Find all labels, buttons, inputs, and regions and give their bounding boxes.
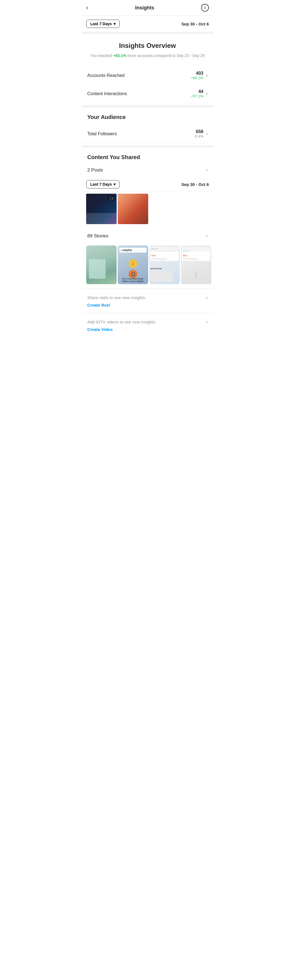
- reels-promo-text: Share reels to see new insights.: [87, 295, 146, 300]
- overview-subtitle-after: more accounts compared to Sep 23 - Sep 2…: [126, 53, 205, 58]
- post-thumbnails: ◯|: [82, 191, 213, 229]
- info-button[interactable]: i: [201, 4, 209, 12]
- stat-right-interactions: 44 +57.1% ›: [191, 89, 208, 98]
- overview-section: Insights Overview You reached +83.1% mor…: [82, 34, 213, 64]
- back-button[interactable]: ‹: [86, 4, 88, 11]
- stories-row[interactable]: 89 Stories ›: [82, 229, 213, 243]
- igtv-promo-row: Add IGTV videos to see new insights. ›: [87, 319, 208, 325]
- reels-promo-section: Share reels to see new insights. › Creat…: [82, 289, 213, 313]
- inner-date-filter-button[interactable]: Last 7 Days ▾: [86, 180, 120, 188]
- igtv-promo-text: Add IGTV videos to see new insights.: [87, 320, 156, 324]
- post-thumbnail-2[interactable]: [118, 194, 148, 224]
- stat-label-interactions: Content Interactions: [87, 91, 127, 96]
- content-section: Content You Shared 2 Posts › Last 7 Days…: [82, 148, 213, 289]
- audience-title: Your Audience: [87, 114, 208, 120]
- overview-title: Insights Overview: [87, 42, 208, 49]
- stat-change-followers: -0.4%: [194, 134, 203, 138]
- chevron-right-icon: ›: [206, 73, 208, 78]
- story-thumbnail-3[interactable]: etsy.com Etsy BRAINSTORM: [149, 245, 180, 284]
- section-divider-2: [82, 105, 213, 107]
- date-filter-button[interactable]: Last 7 Days ▾: [86, 20, 120, 28]
- reels-promo-row: Share reels to see new insights. ›: [87, 295, 208, 301]
- search-bar: [151, 258, 167, 260]
- stories-label: 89 Stories: [87, 233, 108, 239]
- create-video-link[interactable]: Create Video: [87, 327, 208, 332]
- chevron-right-icon-followers: ›: [206, 131, 208, 137]
- chevron-right-icon-igtv: ›: [206, 319, 208, 325]
- posts-row[interactable]: 2 Posts ›: [82, 163, 213, 177]
- content-section-header: Content You Shared: [82, 148, 213, 163]
- stat-label-accounts: Accounts Reached: [87, 73, 124, 78]
- inner-date-filter-label: Last 7 Days: [90, 182, 112, 186]
- reel-icon: ◯|: [109, 196, 113, 200]
- stat-right-followers: 658 -0.4% ›: [194, 129, 208, 138]
- stat-value-group-followers: 658 -0.4%: [194, 129, 203, 138]
- stat-row-followers[interactable]: Total Followers 658 -0.4% ›: [82, 125, 213, 143]
- overview-highlight: +83.1%: [113, 53, 126, 58]
- stat-value-accounts: 403: [191, 71, 203, 76]
- story-2-title: ≡ playlist: [121, 249, 145, 251]
- inner-chevron-down-icon: ▾: [113, 182, 115, 186]
- stat-change-accounts: +83.1%: [191, 76, 203, 80]
- story-thumbnails: ≡ playlist ♪ 🎧 All in my Etsy Shop: Bitt…: [82, 243, 213, 289]
- date-range-label: Sep 30 - Oct 6: [182, 22, 209, 26]
- story-3-content: BRAINSTORM: [150, 268, 179, 282]
- section-divider-1: [82, 32, 213, 34]
- igtv-promo-section: Add IGTV videos to see new insights. › C…: [82, 313, 213, 337]
- date-filter-row: Last 7 Days ▾ Sep 30 - Oct 6: [82, 16, 213, 32]
- stat-label-followers: Total Followers: [87, 131, 117, 137]
- story-4-icon: (: [195, 270, 197, 278]
- section-divider-3: [82, 145, 213, 148]
- stat-value-followers: 658: [194, 129, 203, 134]
- story-4-etsy-header: Etsy: [182, 251, 210, 261]
- stat-row-content-interactions[interactable]: Content Interactions 44 +57.1% ›: [82, 85, 213, 103]
- chevron-right-icon-posts: ›: [206, 167, 208, 173]
- page-title: Insights: [135, 5, 154, 11]
- etsy-logo: Etsy: [151, 255, 156, 256]
- audience-stats-section: Total Followers 658 -0.4% ›: [82, 123, 213, 145]
- story-2-icons: ♪ 🎧: [129, 259, 137, 278]
- chevron-down-icon: ▾: [113, 22, 115, 26]
- stat-row-accounts-reached[interactable]: Accounts Reached 403 +83.1% ›: [82, 67, 213, 85]
- stat-value-group-interactions: 44 +57.1%: [191, 89, 203, 98]
- post-thumbnail-1[interactable]: ◯|: [86, 194, 116, 224]
- reel-overlay: ◯|: [108, 196, 115, 200]
- overview-subtitle-before: You reached: [90, 53, 113, 58]
- stat-right-accounts: 403 +83.1% ›: [191, 71, 208, 80]
- overview-subtitle: You reached +83.1% more accounts compare…: [87, 53, 208, 59]
- story-3-text: BRAINSTORM: [150, 268, 179, 270]
- story-thumbnail-1[interactable]: [86, 245, 116, 284]
- story-thumbnail-4[interactable]: etsy.com Etsy (: [181, 245, 211, 284]
- info-icon: i: [204, 6, 206, 10]
- app-header: ‹ Insights i: [82, 0, 213, 16]
- etsy-logo-2: Etsy: [183, 255, 187, 256]
- story-3-image: [150, 271, 173, 282]
- create-reel-link[interactable]: Create Reel: [87, 303, 208, 307]
- story-thumbnail-2[interactable]: ≡ playlist ♪ 🎧 All in my Etsy Shop: Bitt…: [118, 245, 148, 284]
- inner-date-range-label: Sep 30 - Oct 6: [182, 182, 209, 187]
- music-icon: ♪: [129, 259, 137, 268]
- chevron-right-icon-stories: ›: [206, 233, 208, 239]
- inner-date-filter-row: Last 7 Days ▾ Sep 30 - Oct 6: [82, 177, 213, 191]
- story-3-url: etsy.com: [151, 248, 158, 250]
- search-bar-2: [183, 258, 199, 260]
- story-3-browser: etsy.com: [150, 247, 179, 250]
- stat-value-group-accounts: 403 +83.1%: [191, 71, 203, 80]
- posts-label: 2 Posts: [87, 167, 103, 173]
- stat-value-interactions: 44: [191, 89, 203, 94]
- chevron-right-icon-reels: ›: [206, 295, 208, 301]
- date-filter-label: Last 7 Days: [90, 22, 112, 26]
- audience-section-header: Your Audience: [82, 107, 213, 123]
- stat-change-interactions: +57.1%: [191, 94, 203, 98]
- story-2-label: All in my Etsy Shop: Bitter Lemon Digita…: [120, 277, 147, 283]
- stats-section: Accounts Reached 403 +83.1% › Content In…: [82, 64, 213, 105]
- story-2-header: ≡ playlist: [120, 248, 147, 253]
- content-section-title: Content You Shared: [87, 154, 208, 161]
- chevron-right-icon-interactions: ›: [206, 91, 208, 97]
- story-3-etsy-header: Etsy: [150, 251, 179, 261]
